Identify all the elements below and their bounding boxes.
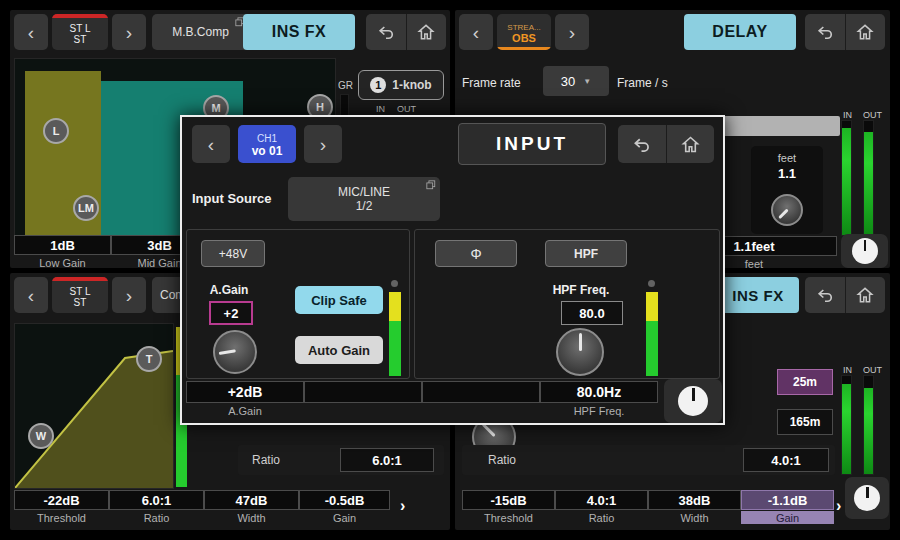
channel-select-button[interactable]: CH1 vo 01 [238,125,296,163]
feet-unit-label: feet [751,152,823,164]
phantom-power-button[interactable]: +48V [201,240,265,267]
frame-rate-select[interactable]: 30 ▼ [543,66,609,96]
input-source-button[interactable]: MIC/LINE 1/2 [288,177,440,221]
ratio-value[interactable]: 6.0:1 [340,448,434,472]
input-source-line1: MIC/LINE [338,185,390,199]
controller-knob-icon [854,485,880,511]
input-source-line2: 1/2 [356,199,373,213]
channel-select-button[interactable]: ST L ST [52,277,108,313]
param-label: Threshold [462,510,555,524]
undo-icon [631,134,652,155]
threshold-knob[interactable]: T [136,346,162,372]
auto-gain-button[interactable]: Auto Gain [295,336,383,364]
back-button[interactable]: ‹ [14,14,48,50]
undo-button[interactable] [366,14,406,50]
back-button[interactable]: ‹ [192,125,230,163]
param-bar: 1dB Low Gain 3dB Mid Gain [14,235,208,269]
controller-button[interactable] [841,234,888,268]
param-again[interactable]: +2dB A.Gain [186,381,304,418]
param-label: Gain [299,510,390,524]
param-gain[interactable]: -0.5dB Gain [299,490,390,524]
param-label: Threshold [14,510,109,524]
in-label: IN [843,365,852,375]
again-knob[interactable] [213,330,257,374]
param-width[interactable]: 47dB Width [204,490,299,524]
undo-icon [376,22,396,42]
param-value [422,381,540,403]
controller-button[interactable] [845,477,889,519]
hpf-freq-knob[interactable] [556,328,604,376]
lowmid-band-knob[interactable]: LM [73,195,99,221]
channel-color-bar [497,47,551,50]
width-knob[interactable]: W [28,423,54,449]
hpf-freq-value[interactable]: 80.0 [561,301,623,325]
undo-button[interactable] [805,277,845,313]
undo-button[interactable] [805,14,845,50]
page-title: INPUT [458,123,606,165]
channel-select-button[interactable]: STREA... OBS [497,14,551,50]
one-knob-button[interactable]: 1 1-knob [358,70,444,100]
more-chevron-icon[interactable]: › [836,497,841,515]
param-width[interactable]: 38dB Width [648,490,741,524]
low-band-knob[interactable]: L [43,118,69,144]
next-button[interactable]: › [112,277,146,313]
more-chevron-icon[interactable]: › [400,497,405,515]
param-label [304,403,422,418]
param-empty-2[interactable] [422,381,540,418]
preset-button[interactable]: M.B.Comp [152,14,249,50]
undo-icon [815,285,835,305]
phase-button[interactable]: Φ [435,240,517,267]
ratio-row: Ratio 4.0:1 [462,445,835,475]
hpf-meter [646,292,658,376]
input-dialog: ‹ CH1 vo 01 › INPUT Input Source MIC/LIN… [180,115,725,425]
home-icon [680,134,701,155]
param-threshold[interactable]: -15dB Threshold [462,490,555,524]
home-button[interactable] [406,14,447,50]
out-label: OUT [397,104,416,114]
in-label: IN [843,110,852,120]
one-knob-label: 1-knob [392,78,431,92]
param-empty-1[interactable] [304,381,422,418]
param-bar: -22dB Threshold 6.0:1 Ratio 47dB Width -… [14,490,390,524]
delay-time-knob[interactable] [771,194,803,226]
nav-group [618,125,714,163]
analog-gain-section: +48V A.Gain +2 Clip Safe Auto Gain [186,229,410,379]
param-label: Ratio [109,510,204,524]
delay-short-value[interactable]: 25m [777,369,833,395]
next-button[interactable]: › [112,14,146,50]
next-button[interactable]: › [555,14,589,50]
home-button[interactable] [845,277,886,313]
param-value: -0.5dB [299,490,390,510]
ratio-value[interactable]: 4.0:1 [743,448,829,472]
param-threshold[interactable]: -22dB Threshold [14,490,109,524]
undo-button[interactable] [618,125,666,163]
preset-name: M.B.Comp [172,25,229,39]
in-label: IN [376,104,385,114]
param-label [422,403,540,418]
param-label: A.Gain [186,403,304,418]
param-label: Gain [741,511,834,524]
home-button[interactable] [666,125,715,163]
back-icon: ‹ [473,23,479,42]
channel-select-button[interactable]: ST L ST [52,14,108,50]
delay-long-value[interactable]: 165m [777,409,833,435]
controller-button[interactable] [664,379,722,423]
back-button[interactable]: ‹ [14,277,48,313]
param-value: 38dB [648,490,741,510]
again-value[interactable]: +2 [209,301,253,325]
param-hpf-freq[interactable]: 80.0Hz HPF Freq. [540,381,658,418]
param-ratio[interactable]: 4.0:1 Ratio [555,490,648,524]
in-meter [841,375,852,475]
ratio-row: Ratio 6.0:1 [238,445,444,475]
home-button[interactable] [845,14,886,50]
mixer-screen: ‹ ST L ST › M.B.Comp INS FX L M H LM 1 1… [0,0,900,540]
clip-safe-button[interactable]: Clip Safe [295,286,383,314]
param-ratio[interactable]: 6.0:1 Ratio [109,490,204,524]
back-icon: ‹ [28,286,34,305]
hpf-button[interactable]: HPF [545,240,627,267]
param-gain[interactable]: -1.1dB Gain [741,490,834,524]
back-button[interactable]: ‹ [459,14,493,50]
next-button[interactable]: › [304,125,342,163]
param-bar: -15dB Threshold 4.0:1 Ratio 38dB Width -… [462,490,834,524]
param-low-gain[interactable]: 1dB Low Gain [14,235,111,269]
